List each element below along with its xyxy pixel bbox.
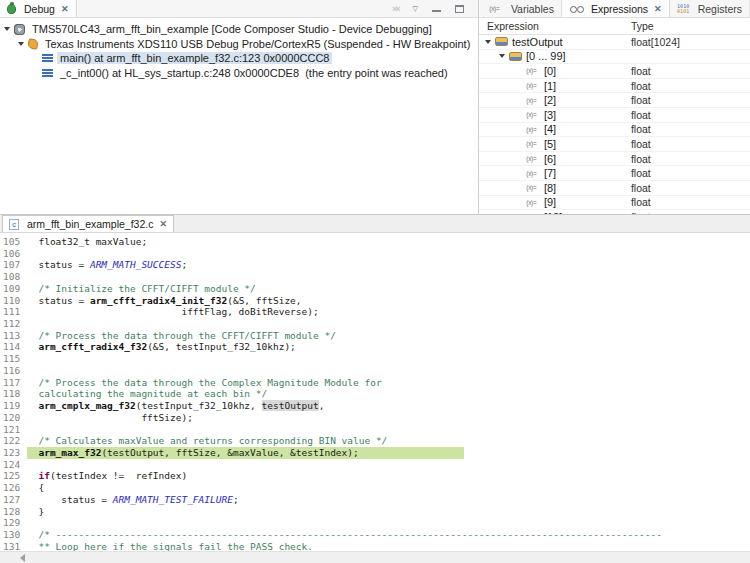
scroll-left-icon[interactable] bbox=[16, 554, 25, 562]
line-number[interactable]: 116 bbox=[0, 365, 27, 377]
expression-row[interactable]: (x)=[1]float bbox=[479, 79, 750, 94]
code-line[interactable]: 128 } bbox=[0, 506, 750, 518]
expression-row[interactable]: (x)=[9]float bbox=[479, 196, 750, 211]
expression-row[interactable]: (x)=[7]float bbox=[479, 166, 750, 181]
debug-tree-item[interactable]: TMS570LC43_arm_fft_bin_example [Code Com… bbox=[0, 22, 478, 37]
code-line[interactable]: 124 bbox=[0, 459, 750, 471]
code-line[interactable]: 115 bbox=[0, 353, 750, 365]
expression-name-cell: (x)=[4] bbox=[479, 123, 631, 135]
debug-tree-item[interactable]: main() at arm_fft_bin_example_f32.c:123 … bbox=[0, 51, 478, 66]
code-line[interactable]: 113 /* Process the data through the CFFT… bbox=[0, 330, 750, 342]
expression-row[interactable]: (x)=[4]float bbox=[479, 123, 750, 138]
expression-row[interactable]: (x)=[2]float bbox=[479, 93, 750, 108]
code-line[interactable]: 131 ** Loop here if the signals fail the… bbox=[0, 541, 750, 551]
close-icon[interactable]: ✕ bbox=[159, 219, 167, 229]
tab-variables[interactable]: (x)= Variables bbox=[479, 0, 562, 17]
expand-arrow-icon[interactable] bbox=[18, 42, 24, 49]
close-icon[interactable]: ✕ bbox=[654, 4, 662, 14]
maximize-icon[interactable] bbox=[455, 5, 464, 13]
code-line[interactable]: 106 bbox=[0, 248, 750, 260]
source-code-area[interactable]: 105 float32_t maxValue;106107 status = A… bbox=[0, 233, 750, 551]
line-number[interactable]: 129 bbox=[0, 517, 27, 529]
tab-debug[interactable]: Debug ✕ bbox=[0, 0, 77, 17]
line-number[interactable]: 115 bbox=[0, 353, 27, 365]
code-line[interactable]: 123 arm_max_f32(testOutput, fftSize, &ma… bbox=[0, 447, 750, 459]
line-number[interactable]: 121 bbox=[0, 424, 27, 436]
expression-row[interactable]: (x)=[10]float bbox=[479, 210, 750, 214]
code-line[interactable]: 111 ifftFlag, doBitReverse); bbox=[0, 306, 750, 318]
line-number[interactable]: 108 bbox=[0, 271, 27, 283]
code-line[interactable]: 130 /* ---------------------------------… bbox=[0, 529, 750, 541]
line-number[interactable]: 112 bbox=[0, 318, 27, 330]
code-line[interactable]: 109 /* Initialize the CFFT/CIFFT module … bbox=[0, 283, 750, 295]
code-line[interactable]: 117 /* Process the data through the Comp… bbox=[0, 377, 750, 389]
line-number[interactable]: 122 bbox=[0, 435, 27, 447]
line-number[interactable]: 130 bbox=[0, 529, 27, 541]
line-number[interactable]: 105 bbox=[0, 236, 27, 248]
remove-all-terminated-icon[interactable] bbox=[392, 4, 399, 14]
line-number[interactable]: 119 bbox=[0, 400, 27, 412]
line-number[interactable]: 114 bbox=[0, 341, 27, 353]
line-number[interactable]: 118 bbox=[0, 388, 27, 400]
expression-row[interactable]: testOutputfloat[1024] bbox=[479, 35, 750, 50]
expression-name: [5] bbox=[544, 138, 556, 150]
line-number[interactable]: 109 bbox=[0, 283, 27, 295]
column-expression[interactable]: Expression bbox=[479, 20, 631, 32]
debug-tree-label: _c_int00() at HL_sys_startup.c:248 0x000… bbox=[57, 67, 451, 79]
expression-row[interactable]: (x)=[6]float bbox=[479, 152, 750, 167]
line-number[interactable]: 127 bbox=[0, 494, 27, 506]
line-number[interactable]: 110 bbox=[0, 295, 27, 307]
code-line[interactable]: 122 /* Calculates maxValue and returns c… bbox=[0, 435, 750, 447]
horizontal-scrollbar[interactable] bbox=[0, 551, 750, 563]
close-icon[interactable]: ✕ bbox=[61, 4, 69, 14]
expression-row[interactable]: (x)=[5]float bbox=[479, 137, 750, 152]
code-line[interactable]: 121 bbox=[0, 424, 750, 436]
debug-tree-item[interactable]: Texas Instruments XDS110 USB Debug Probe… bbox=[0, 37, 478, 52]
code-line[interactable]: 116 bbox=[0, 365, 750, 377]
line-number[interactable]: 113 bbox=[0, 330, 27, 342]
line-number[interactable]: 124 bbox=[0, 459, 27, 471]
expression-row[interactable]: (x)=[8]float bbox=[479, 181, 750, 196]
line-number[interactable]: 120 bbox=[0, 412, 27, 424]
array-icon bbox=[509, 52, 522, 61]
tab-expressions[interactable]: Expressions ✕ bbox=[562, 0, 670, 17]
expression-name: [2] bbox=[544, 94, 556, 106]
code-line[interactable]: 114 arm_cfft_radix4_f32(&S, testInput_f3… bbox=[0, 341, 750, 353]
expand-arrow-icon[interactable] bbox=[485, 40, 491, 47]
line-number[interactable]: 106 bbox=[0, 248, 27, 260]
line-number[interactable]: 131 bbox=[0, 541, 27, 551]
code-line[interactable]: 129 bbox=[0, 517, 750, 529]
code-line[interactable]: 105 float32_t maxValue; bbox=[0, 236, 750, 248]
line-number[interactable]: 123 bbox=[0, 447, 27, 459]
code-line[interactable]: 107 status = ARM_MATH_SUCCESS; bbox=[0, 259, 750, 271]
code-line[interactable]: 112 bbox=[0, 318, 750, 330]
line-number[interactable]: 126 bbox=[0, 482, 27, 494]
line-number[interactable]: 117 bbox=[0, 377, 27, 389]
code-line[interactable]: 120 fftSize); bbox=[0, 412, 750, 424]
expression-row[interactable]: (x)=[3]float bbox=[479, 108, 750, 123]
code-line[interactable]: 119 arm_cmplx_mag_f32(testInput_f32_10kh… bbox=[0, 400, 750, 412]
code-line[interactable]: 118 calculating the magnitude at each bi… bbox=[0, 388, 750, 400]
line-number[interactable]: 107 bbox=[0, 259, 27, 271]
expression-type: float bbox=[631, 182, 750, 194]
code-line[interactable]: 125 if(testIndex != refIndex) bbox=[0, 470, 750, 482]
code-line[interactable]: 108 bbox=[0, 271, 750, 283]
code-line[interactable]: 126 { bbox=[0, 482, 750, 494]
expression-row[interactable]: [0 ... 99] bbox=[479, 50, 750, 65]
expression-row[interactable]: (x)=[0]float bbox=[479, 64, 750, 79]
variable-icon: (x)= bbox=[523, 184, 540, 191]
expand-arrow-icon[interactable] bbox=[4, 27, 10, 34]
tab-source-file[interactable]: arm_fft_bin_example_f32.c ✕ bbox=[2, 215, 174, 232]
view-menu-icon[interactable] bbox=[413, 5, 418, 13]
debug-tree-item[interactable]: _c_int00() at HL_sys_startup.c:248 0x000… bbox=[0, 66, 478, 81]
minimize-icon[interactable] bbox=[432, 5, 441, 13]
line-number[interactable]: 125 bbox=[0, 470, 27, 482]
column-type[interactable]: Type bbox=[631, 20, 750, 32]
expand-arrow-icon[interactable] bbox=[499, 54, 505, 61]
line-number[interactable]: 111 bbox=[0, 306, 27, 318]
code-text: } bbox=[27, 506, 44, 518]
tab-registers[interactable]: Registers bbox=[670, 0, 750, 17]
line-number[interactable]: 128 bbox=[0, 506, 27, 518]
code-line[interactable]: 110 status = arm_cfft_radix4_init_f32(&S… bbox=[0, 295, 750, 307]
code-line[interactable]: 127 status = ARM_MATH_TEST_FAILURE; bbox=[0, 494, 750, 506]
